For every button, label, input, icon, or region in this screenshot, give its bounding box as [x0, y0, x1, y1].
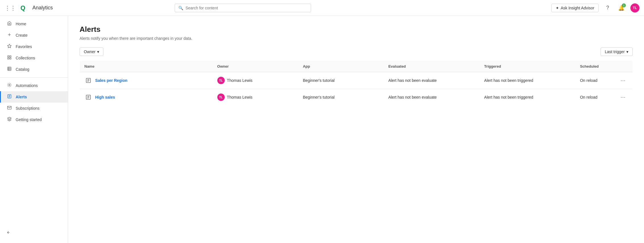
search-icon: 🔍 [178, 6, 183, 10]
sidebar-item-home[interactable]: Home [0, 18, 68, 30]
alert-name-cell: Sales per Region [80, 72, 213, 89]
alert-name[interactable]: Sales per Region [95, 78, 128, 83]
owner-cell: TL Thomas Lewis [213, 89, 299, 106]
owner-name: Thomas Lewis [227, 95, 253, 99]
row-more-button[interactable]: ⋯ [618, 76, 628, 85]
top-navigation: ⋮⋮ Q Analytics 🔍 ✦ Ask Insight Advisor ?… [0, 0, 644, 16]
svg-rect-8 [8, 58, 9, 59]
notifications-button[interactable]: 🔔 1 [617, 3, 626, 13]
owner-dropdown-icon: ▾ [97, 49, 99, 54]
alert-name-cell: High sales [80, 89, 213, 106]
alert-type-icon [84, 76, 92, 84]
sidebar-item-subscriptions-label: Subscriptions [16, 106, 39, 111]
search-bar[interactable]: 🔍 [175, 4, 311, 12]
owner-filter-button[interactable]: Owner ▾ [80, 47, 103, 56]
svg-point-10 [9, 84, 10, 86]
table-row: High sales TL Thomas Lewis Beginner's tu… [80, 89, 633, 106]
table-header: Name Owner App Evaluated Triggered Sched… [80, 61, 633, 72]
owner-name: Thomas Lewis [227, 78, 253, 83]
sidebar-divider [0, 77, 68, 78]
evaluated-cell: Alert has not been evaluate [384, 89, 480, 106]
toolbar: Owner ▾ Last trigger ▾ [80, 47, 633, 56]
alerts-icon [7, 94, 12, 100]
home-icon [7, 21, 12, 27]
sidebar-item-automations-label: Automations [16, 83, 38, 88]
sidebar-item-automations[interactable]: Automations [0, 80, 68, 91]
catalog-icon [7, 67, 12, 72]
col-header-actions [614, 61, 633, 72]
actions-cell: ⋯ [614, 72, 633, 89]
col-header-owner: Owner [213, 61, 299, 72]
triggered-cell: Alert has not been triggered [480, 72, 575, 89]
sidebar-item-alerts[interactable]: Alerts [0, 91, 68, 103]
app-name-label: Analytics [32, 5, 53, 11]
automations-icon [7, 83, 12, 88]
col-header-app: App [298, 61, 384, 72]
app-cell: Beginner's tutorial [298, 72, 384, 89]
insight-advisor-button[interactable]: ✦ Ask Insight Advisor [551, 4, 599, 12]
sidebar-item-collections[interactable]: Collections [0, 52, 68, 64]
sidebar-item-create-label: Create [16, 33, 28, 38]
sidebar-item-catalog[interactable]: Catalog [0, 64, 68, 75]
scheduled-cell: On reload [576, 72, 614, 89]
collapse-icon [6, 230, 10, 236]
actions-cell: ⋯ [614, 89, 633, 106]
sidebar-item-favorites[interactable]: Favorites [0, 41, 68, 52]
sparkle-icon: ✦ [556, 6, 559, 10]
notification-badge: 1 [622, 3, 626, 7]
sidebar-item-getting-started[interactable]: Getting started [0, 114, 68, 125]
sidebar-collapse-button[interactable] [0, 227, 68, 238]
app-cell: Beginner's tutorial [298, 89, 384, 106]
page-subtitle: Alerts notify you when there are importa… [80, 36, 633, 41]
grid-menu-icon[interactable]: ⋮⋮ [5, 5, 16, 11]
sidebar-item-alerts-label: Alerts [16, 95, 27, 99]
help-button[interactable]: ? [603, 3, 612, 13]
alerts-table: Name Owner App Evaluated Triggered Sched… [80, 61, 633, 106]
sidebar-item-home-label: Home [16, 22, 26, 26]
qlik-logo-svg: Q [19, 3, 30, 13]
last-trigger-sort-button[interactable]: Last trigger ▾ [601, 47, 633, 56]
user-avatar[interactable]: TL [630, 3, 639, 13]
sidebar-item-favorites-label: Favorites [16, 44, 32, 49]
main-content: Alerts Alerts notify you when there are … [68, 16, 644, 243]
scheduled-cell: On reload [576, 89, 614, 106]
last-trigger-dropdown-icon: ▾ [626, 49, 628, 54]
col-header-name: Name [80, 61, 213, 72]
owner-avatar: TL [217, 77, 225, 84]
last-trigger-label: Last trigger [605, 49, 625, 54]
logo: Q Analytics [19, 3, 53, 13]
sidebar-item-collections-label: Collections [16, 56, 35, 60]
insight-advisor-label: Ask Insight Advisor [561, 6, 594, 10]
search-input[interactable] [186, 6, 307, 10]
owner-cell: TL Thomas Lewis [213, 72, 299, 89]
sidebar-item-create[interactable]: Create [0, 30, 68, 41]
svg-marker-4 [7, 44, 11, 48]
svg-rect-7 [10, 58, 11, 59]
col-header-evaluated: Evaluated [384, 61, 480, 72]
table-row: Sales per Region TL Thomas Lewis Beginne… [80, 72, 633, 89]
sidebar-item-catalog-label: Catalog [16, 67, 29, 72]
subscriptions-icon [7, 105, 12, 111]
getting-started-icon [7, 117, 12, 122]
svg-rect-5 [8, 56, 9, 57]
owner-avatar: TL [217, 94, 225, 101]
favorites-icon [7, 44, 12, 49]
topnav-right-section: ✦ Ask Insight Advisor ? 🔔 1 TL [551, 3, 639, 13]
alert-name[interactable]: High sales [95, 95, 115, 99]
create-icon [7, 32, 12, 38]
svg-rect-6 [10, 56, 11, 57]
main-layout: Home Create Favorites Collections Catalo… [0, 16, 644, 243]
alert-type-icon [84, 93, 92, 101]
col-header-triggered: Triggered [480, 61, 575, 72]
sidebar-bottom [0, 225, 68, 241]
page-title: Alerts [80, 25, 633, 34]
sidebar-item-getting-started-label: Getting started [16, 117, 42, 122]
svg-text:Q: Q [20, 4, 25, 11]
owner-label: Owner [84, 49, 95, 54]
triggered-cell: Alert has not been triggered [480, 89, 575, 106]
help-icon: ? [606, 5, 609, 11]
sidebar-item-subscriptions[interactable]: Subscriptions [0, 103, 68, 114]
row-more-button[interactable]: ⋯ [618, 93, 628, 101]
svg-rect-9 [8, 67, 11, 70]
col-header-scheduled: Scheduled [576, 61, 614, 72]
